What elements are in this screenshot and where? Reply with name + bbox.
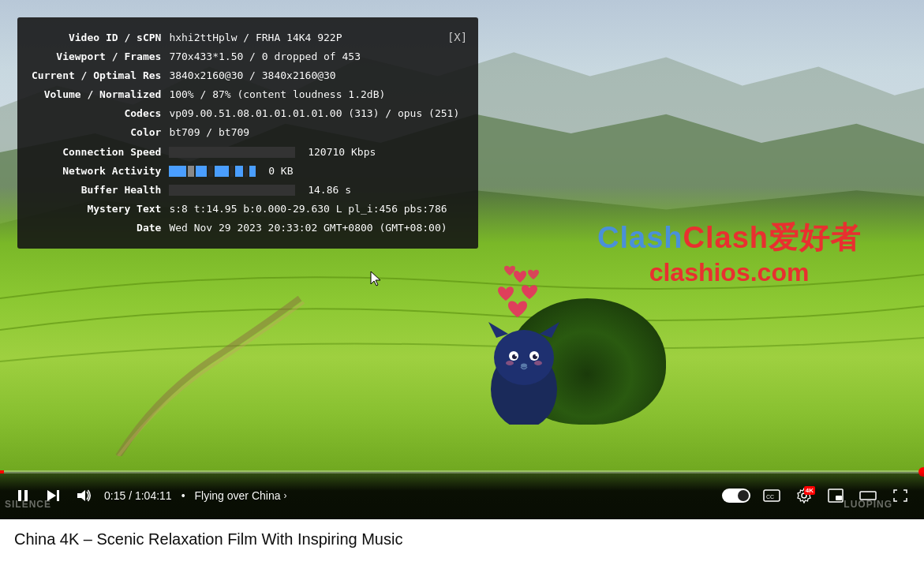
channel-watermark-right: LUOPING <box>844 499 892 510</box>
cat-mascot <box>481 322 567 425</box>
debug-row-codecs: Codecs vp09.00.51.08.01.01.01.01.00 (313… <box>32 104 464 123</box>
svg-point-15 <box>534 361 542 365</box>
watermark-line2: clashios.com <box>597 258 861 287</box>
chapter-name: Flying over China <box>195 489 281 502</box>
debug-row-mystery: Mystery Text s:8 t:14.95 b:0.000-29.630 … <box>32 200 464 219</box>
svg-rect-25 <box>836 496 842 500</box>
video-title: China 4K – Scenic Relaxation Film With I… <box>14 530 910 548</box>
debug-row-network: Network Activity 0 KB <box>32 162 464 181</box>
debug-row-color: Color bt709 / bt709 <box>32 123 464 142</box>
video-player: ClashClash爱好者 clashios.com [X] Video ID … <box>0 0 924 519</box>
hearts-decoration <box>490 248 553 330</box>
svg-point-11 <box>514 354 517 357</box>
debug-row-buffer: Buffer Health 14.86 s <box>32 181 464 200</box>
svg-point-4 <box>494 330 554 385</box>
chapter-arrow-icon: › <box>283 490 286 501</box>
volume-button[interactable] <box>73 485 95 506</box>
debug-close[interactable]: [X] <box>447 28 467 47</box>
svg-point-13 <box>521 364 527 368</box>
video-title-bar: China 4K – Scenic Relaxation Film With I… <box>0 519 924 556</box>
time-display: 0:15 / 1:04:11 <box>104 489 172 502</box>
svg-text:CC: CC <box>766 494 774 500</box>
debug-overlay: [X] Video ID / sCPN hxhi2ttHplw / FRHA 1… <box>17 17 478 249</box>
channel-watermark-left: SILENCE <box>0 499 51 510</box>
fullscreen-button[interactable] <box>889 485 911 506</box>
svg-point-12 <box>535 354 537 357</box>
debug-row-volume: Volume / Normalized 100% / 87% (content … <box>32 85 464 104</box>
settings-container: 4K <box>793 485 815 507</box>
chapter-display[interactable]: Flying over China › <box>195 489 287 502</box>
toggle-thumb <box>738 490 749 501</box>
quality-badge: 4K <box>804 486 815 495</box>
debug-row-connection: Connection Speed 120710 Kbps <box>32 143 464 162</box>
autoplay-toggle[interactable] <box>722 489 750 503</box>
debug-row-res: Current / Optimal Res 3840x2160@30 / 384… <box>32 66 464 85</box>
chapter-separator: • <box>181 489 185 502</box>
captions-button[interactable]: CC <box>760 486 784 505</box>
watermark-overlay: ClashClash爱好者 clashios.com <box>597 218 861 287</box>
debug-row-videoid: Video ID / sCPN hxhi2ttHplw / FRHA 14K4 … <box>32 28 464 47</box>
svg-marker-20 <box>77 490 85 501</box>
watermark-line1: ClashClash爱好者 <box>597 218 861 258</box>
debug-row-viewport: Viewport / Frames 770x433*1.50 / 0 dropp… <box>32 47 464 66</box>
controls-bar: 0:15 / 1:04:11 • Flying over China › CC <box>0 472 924 519</box>
toggle-track[interactable] <box>722 489 750 503</box>
debug-row-date: Date Wed Nov 29 2023 20:33:02 GMT+0800 (… <box>32 219 464 238</box>
svg-rect-19 <box>57 490 59 501</box>
svg-point-14 <box>506 361 514 365</box>
